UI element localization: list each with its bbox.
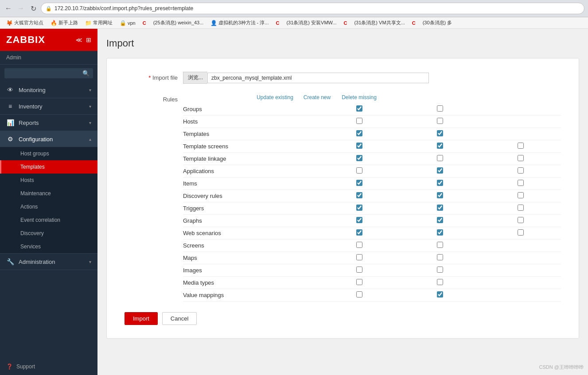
sidebar-item-maintenance[interactable]: Maintenance [0, 187, 97, 200]
rule-create-cb-9[interactable] [437, 217, 443, 223]
rule-delete-cell-4 [480, 153, 561, 165]
browse-button[interactable]: 浏览... [183, 72, 207, 84]
sidebar-item-hosts[interactable]: Hosts [0, 174, 97, 187]
rule-create-cb-6[interactable] [437, 180, 443, 186]
rules-label: Rules [125, 94, 178, 302]
search-input[interactable] [8, 70, 80, 77]
rule-update-cb-9[interactable] [356, 217, 362, 223]
rule-delete-cb-3[interactable] [518, 143, 524, 149]
inventory-icon: ≡ [6, 103, 14, 110]
rule-delete-cell-8 [480, 202, 561, 215]
rule-create-cb-15[interactable] [437, 291, 443, 298]
bookmark-6[interactable]: C [273, 19, 282, 27]
import-button[interactable]: Import [125, 312, 158, 325]
nav-item-inventory[interactable]: ≡ Inventory ▾ [0, 98, 97, 114]
rule-create-cell-0 [400, 103, 480, 116]
rule-create-cb-4[interactable] [437, 155, 443, 161]
bookmark-1[interactable]: 🔥 新手上路 [48, 19, 81, 27]
rule-update-cb-14[interactable] [356, 279, 362, 285]
bookmark-8[interactable]: C [409, 19, 418, 27]
rule-update-cb-6[interactable] [356, 180, 362, 186]
sidebar-item-templates[interactable]: Templates [0, 160, 97, 174]
rule-create-cb-13[interactable] [437, 267, 443, 273]
sidebar-item-event-correlation[interactable]: Event correlation [0, 213, 97, 227]
rule-update-cb-11[interactable] [356, 242, 362, 248]
bookmark-7[interactable]: C [341, 19, 350, 27]
rule-create-cb-0[interactable] [437, 105, 443, 112]
rule-delete-cb-4[interactable] [518, 155, 524, 161]
rule-create-cb-12[interactable] [437, 254, 443, 260]
rule-update-cb-13[interactable] [356, 267, 362, 273]
zabbix-logo: ZABBIX [6, 34, 45, 46]
rule-delete-cb-5[interactable] [518, 167, 524, 174]
bookmark-2[interactable]: 📁 常用网址 [82, 19, 115, 27]
support-label[interactable]: Support [16, 363, 35, 370]
sidebar-item-services[interactable]: Services [0, 240, 97, 253]
rule-update-cb-2[interactable] [356, 130, 362, 136]
bookmark-4[interactable]: C [140, 19, 149, 27]
rule-update-cb-12[interactable] [356, 254, 362, 260]
rules-table-wrap: Update existing Create new Delete missin… [183, 94, 561, 302]
rule-create-cb-14[interactable] [437, 279, 443, 285]
nav-monitoring: 👁 Monitoring ▾ [0, 82, 97, 98]
file-name-input[interactable] [207, 73, 429, 83]
rule-delete-cb-7[interactable] [518, 192, 524, 198]
rule-delete-cell-13 [480, 264, 561, 277]
rule-delete-cb-9[interactable] [518, 217, 524, 223]
rule-update-cell-15 [319, 289, 400, 302]
app-body: ZABBIX ≪ ⊞ Admin 🔍 👁 Monitoring ▾ ≡ [0, 29, 588, 375]
address-bar[interactable]: 🔒 172.20.10.7/zabbix/conf.import.php?rul… [41, 3, 584, 14]
bookmark-3[interactable]: 🔒 vpn [117, 19, 138, 27]
rule-update-cb-8[interactable] [356, 205, 362, 211]
back-button[interactable]: ← [4, 4, 13, 13]
nav-item-reports[interactable]: 📊 Reports ▾ [0, 115, 97, 131]
sidebar-item-discovery[interactable]: Discovery [0, 227, 97, 240]
rule-update-cb-7[interactable] [356, 192, 362, 198]
rule-create-cell-9 [400, 215, 480, 227]
rule-update-cb-0[interactable] [356, 105, 362, 112]
rule-update-cb-10[interactable] [356, 229, 362, 236]
rule-create-cb-8[interactable] [437, 205, 443, 211]
rule-update-cb-5[interactable] [356, 167, 362, 174]
nav-item-administration[interactable]: 🔧 Administration ▾ [0, 254, 97, 270]
rule-create-cb-1[interactable] [437, 118, 443, 124]
rule-create-cb-3[interactable] [437, 143, 443, 149]
config-icon[interactable]: ⊞ [86, 36, 91, 43]
rule-create-cb-7[interactable] [437, 192, 443, 198]
bookmark-5[interactable]: 👤 虚拟机的3种方法 - 淳... [208, 19, 271, 27]
nav-inventory: ≡ Inventory ▾ [0, 98, 97, 115]
rule-update-cb-15[interactable] [356, 291, 362, 298]
rule-delete-cb-8[interactable] [518, 205, 524, 211]
forward-button[interactable]: → [16, 4, 26, 13]
cancel-button[interactable]: Cancel [162, 312, 197, 325]
nav-item-configuration[interactable]: ⚙ Configuration ▴ [0, 131, 97, 147]
search-input-wrap[interactable]: 🔍 [4, 68, 93, 78]
table-row: Web scenarios [183, 227, 561, 240]
bookmark-8b[interactable]: (30条消息) 多 [420, 19, 455, 27]
rule-delete-cb-6[interactable] [518, 180, 524, 186]
rule-create-cb-11[interactable] [437, 242, 443, 248]
rule-delete-cell-11 [480, 240, 561, 252]
rule-create-cb-5[interactable] [437, 167, 443, 174]
rule-update-cb-4[interactable] [356, 155, 362, 161]
bookmark-4b[interactable]: (25条消息) weixin_43... [151, 19, 206, 27]
sidebar-item-host-groups[interactable]: Host groups [0, 147, 97, 160]
rule-update-cb-3[interactable] [356, 143, 362, 149]
rule-label-6: Items [183, 178, 319, 190]
table-row: Template screens [183, 140, 561, 153]
sidebar-item-actions[interactable]: Actions [0, 200, 97, 213]
rule-create-cb-2[interactable] [437, 130, 443, 136]
rule-delete-cb-10[interactable] [518, 229, 524, 236]
bookmark-0[interactable]: 🦊 火狐官方站点 [4, 19, 46, 27]
rule-create-cell-1 [400, 116, 480, 128]
rule-create-cb-10[interactable] [437, 229, 443, 236]
table-row: Applications [183, 165, 561, 178]
reload-button[interactable]: ↻ [28, 4, 38, 13]
bookmark-7b[interactable]: (31条消息) VM共享文... [351, 19, 407, 27]
rule-update-cell-7 [319, 190, 400, 202]
rule-update-cb-1[interactable] [356, 118, 362, 124]
bookmark-6b[interactable]: (31条消息) 安装VMW... [284, 19, 339, 27]
collapse-icon[interactable]: ≪ [76, 36, 82, 43]
nav-item-monitoring[interactable]: 👁 Monitoring ▾ [0, 82, 97, 98]
bookmarks-bar: 🦊 火狐官方站点 🔥 新手上路 📁 常用网址 🔒 vpn C (25条消息) w… [0, 17, 588, 29]
